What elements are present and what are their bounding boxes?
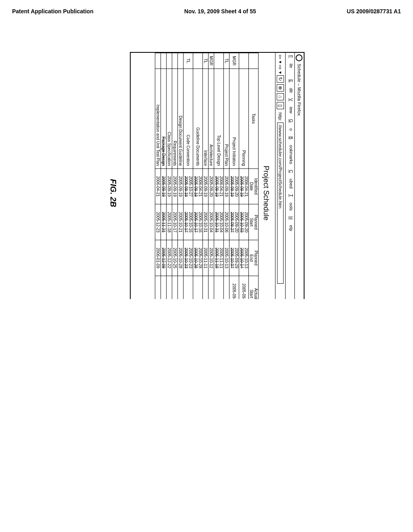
cell-role [178,53,184,69]
cell-role: MGR [209,53,214,69]
menu-edit[interactable]: Edit [286,79,294,93]
table-row: TLProject Plan2005-09-192005-10-062005-1… [224,53,229,299]
cell-identified: 2005-09-19 [161,168,167,204]
cell-task: Planning [239,69,249,169]
cell-actual-start [224,276,229,299]
menu-tools[interactable]: Tools [286,194,294,211]
callout-204: 204 [276,53,283,299]
cell-task: Implementation and Unit Test Plan [155,69,161,169]
cell-planned-end: 2005-12-22 [167,240,172,276]
menu-go[interactable]: Go [286,119,294,131]
cell-identified: 2005-09-20 [209,168,214,204]
table-row: Planning2006-04-212005-09-192005-09-2020… [239,53,249,299]
cell-identified: 2005-09-202005-09-19 [229,168,239,204]
cell-identified: 2005-09-19 [203,168,209,204]
schedule-table: Tasks IdentifiedDate PlannedStart Planne… [155,53,259,299]
table-row: MGRArchitecture2005-09-202005-10-042005-… [209,53,214,299]
cell-planned-end: 2005-10-12 [209,240,214,276]
cell-actual-start [161,276,167,299]
titlebar: Schedule – Mozilla Firefox — ❐ ✕ [294,53,304,299]
cell-identified: 2006-04-212005-09-19 [214,168,224,204]
cell-planned-start: 2005-10-21 [178,204,184,240]
table-row: Implementation and Unit Test Plan2006-04… [155,53,161,299]
table-row: Design Document Guideline2005-09-192005-… [178,53,184,299]
cell-planned-end: 2005-11-11 [203,240,209,276]
cell-role: TL [203,53,209,69]
menubar: File Edit View Go Bookmarks Cubed Tools … [285,53,294,299]
cell-planned-start: 2005-10-04 [209,204,214,240]
cell-role: TL [224,53,229,69]
cell-planned-start: 2005-12-23 [155,204,161,240]
cell-planned-end: 2006-01-09 [155,240,161,276]
cell-role: MGR [229,53,239,69]
patent-header: Patent Application Publication Nov. 19, … [8,8,405,15]
cell-role [155,53,161,69]
menu-help[interactable]: Help [286,216,294,231]
cell-role [193,53,203,69]
cell-actual-start [155,276,161,299]
content-footer [131,53,155,299]
cell-identified: 2005-09-19 [224,168,229,204]
cell-planned-start: 2005-09-202005-10-03 [239,204,249,240]
table-row: TLInterface2005-09-192005-10-312005-11-1… [203,53,209,299]
menu-view[interactable]: View [286,98,294,114]
cell-actual-start [167,276,172,299]
cell-planned-end: 2005-10-232005-10-23 [184,240,193,276]
cell-actual-start [214,276,224,299]
cell-role: TL [184,53,193,69]
cell-task: Design Document Guideline [178,69,184,169]
cell-planned-end: 2005-10-25 [172,240,178,276]
cell-identified: 2006-04-21 [155,168,161,204]
table-row: MGRProject Initiation2005-09-202005-09-1… [229,53,239,299]
figure-2b: Schedule – Mozilla Firefox — ❐ ✕ File Ed… [108,52,305,299]
col-planned-end: PlannedEnd [249,240,259,276]
table-row: Requirements2005-09-192005-10-172005-10-… [172,53,178,299]
col-role [249,53,259,69]
table-row: Class Specification2005-09-192005-11-182… [167,53,172,299]
cell-task: Guideline Documents [193,69,203,169]
menu-cubed[interactable]: Cubed [286,170,294,188]
cell-planned-start: 2005-10-162005-10-17 [184,204,193,240]
cell-task: Requirements [172,69,178,169]
cell-planned-start: 2005-10-042005-10-31 [214,204,224,240]
table-row: Top Level Design2006-04-212005-09-192005… [214,53,224,299]
cell-task: Package Design [161,69,167,169]
cell-actual-start [178,276,184,299]
browser-window: Schedule – Mozilla Firefox — ❐ ✕ File Ed… [130,52,305,299]
cell-role [172,53,178,69]
cell-role [161,53,167,69]
cell-task: Architecture [209,69,214,169]
cell-planned-end: 2005-10-132005-10-14 [239,240,249,276]
cell-role [167,53,172,69]
col-planned-start: PlannedStart [249,204,259,240]
cell-identified: 2005-09-19 [178,168,184,204]
cell-task: Class Specification [167,69,172,169]
cell-planned-start: 2005-10-06 [224,204,229,240]
window-title: Schedule – Mozilla Firefox [297,64,302,299]
menu-bookmarks[interactable]: Bookmarks [286,136,294,164]
cell-planned-start: 2005-10-162005-10-17 [193,204,203,240]
cell-task: Interface [203,69,209,169]
page-title: Project Schedule [259,53,276,299]
cell-planned-end: 2005-10-28 [178,240,184,276]
cell-planned-start: 2005-11-18 [167,204,172,240]
col-tasks: Tasks [249,69,259,169]
table-row: TLCode Convention2005-10-272005-09-19200… [184,53,193,299]
cell-actual-start [172,276,178,299]
table-row: Guideline Documents2006-04-212005-09-192… [193,53,203,299]
header-left: Patent Application Publication [12,8,94,15]
figure-label: FIG. 2B [108,52,118,299]
cell-task: Code Convention [184,69,193,169]
cell-planned-end: 2005-09-292005-10-07 [229,240,239,276]
cell-planned-end: 2005-12-09 [161,240,167,276]
cell-actual-start [209,276,214,299]
app-icon [296,54,303,61]
cell-identified: 2005-10-272005-09-19 [184,168,193,204]
cell-role [214,53,224,69]
cell-planned-end: 2005-11-112005-11-18 [214,240,224,276]
cell-actual-start [193,276,203,299]
menu-file[interactable]: File [286,55,294,74]
table-row: Package Design2005-09-192005-11-212005-1… [161,53,167,299]
cell-planned-end: 2005-10-13 [224,240,229,276]
col-actual-start: ActualStart [249,276,259,299]
